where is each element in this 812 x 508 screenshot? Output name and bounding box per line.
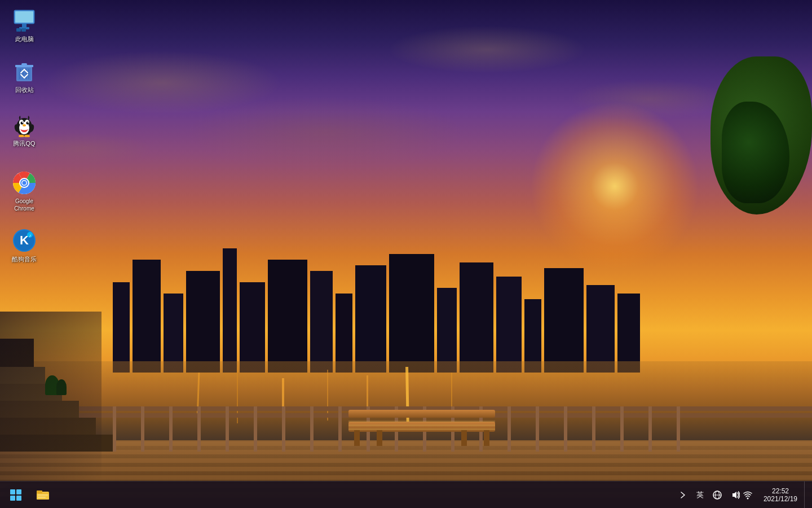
system-clock[interactable]: 22:52 2021/12/19	[757, 481, 804, 509]
taskbar: 英	[0, 481, 812, 508]
this-pc-icon	[12, 8, 37, 33]
svg-rect-39	[37, 491, 42, 493]
svg-rect-38	[37, 493, 49, 500]
svg-point-21	[28, 122, 29, 123]
qq-label: 腾讯QQ	[13, 139, 35, 147]
svg-rect-41	[38, 497, 46, 498]
file-explorer-taskbar-button[interactable]	[29, 481, 56, 509]
city-silhouette	[0, 248, 812, 373]
svg-rect-1	[15, 11, 33, 23]
language-indicator[interactable]: 英	[692, 481, 708, 509]
svg-point-45	[747, 497, 748, 499]
svg-rect-40	[38, 494, 48, 496]
svg-point-19	[27, 122, 29, 125]
desktop: 此电脑 回收站	[0, 0, 812, 508]
svg-text:♪: ♪	[29, 233, 31, 238]
svg-point-18	[21, 122, 24, 125]
svg-line-8	[20, 69, 20, 79]
show-hidden-icons-button[interactable]	[674, 481, 692, 509]
svg-point-31	[23, 181, 27, 185]
network-sound-icons[interactable]	[726, 481, 757, 509]
input-method-indicator[interactable]	[708, 481, 726, 509]
system-tray: 英	[674, 481, 812, 508]
svg-rect-2	[22, 24, 27, 27]
show-desktop-button[interactable]	[804, 481, 807, 509]
depth-overlay	[0, 312, 102, 481]
kuwo-label: 酷狗音乐	[12, 255, 37, 263]
language-text: 英	[696, 490, 704, 500]
desktop-icon-kuwo-music[interactable]: K ♪ 酷狗音乐	[5, 226, 44, 265]
qq-icon	[12, 112, 37, 137]
svg-point-20	[22, 122, 23, 123]
clock-date: 2021/12/19	[764, 495, 797, 503]
svg-point-22	[23, 124, 26, 126]
svg-line-10	[26, 69, 27, 79]
svg-rect-13	[21, 63, 27, 65]
start-button[interactable]	[2, 481, 29, 509]
svg-rect-5	[21, 28, 26, 32]
desktop-icon-recycle-bin[interactable]: 回收站	[5, 56, 44, 96]
park-bench	[343, 401, 501, 446]
svg-rect-4	[16, 28, 21, 32]
chrome-label: Google Chrome	[7, 198, 42, 212]
this-pc-label: 此电脑	[15, 35, 34, 43]
desktop-icon-this-pc[interactable]: 此电脑	[5, 6, 44, 45]
sun-glow	[530, 102, 699, 271]
recycle-bin-label: 回收站	[15, 86, 34, 94]
recycle-bin-icon	[12, 59, 37, 84]
clock-time: 22:52	[772, 487, 789, 495]
desktop-icon-tencent-qq[interactable]: 腾讯QQ	[5, 110, 44, 150]
kuwo-icon: K ♪	[12, 228, 37, 253]
windows-logo	[10, 489, 21, 501]
chrome-icon	[12, 170, 37, 195]
desktop-icon-google-chrome[interactable]: Google Chrome	[5, 168, 44, 214]
